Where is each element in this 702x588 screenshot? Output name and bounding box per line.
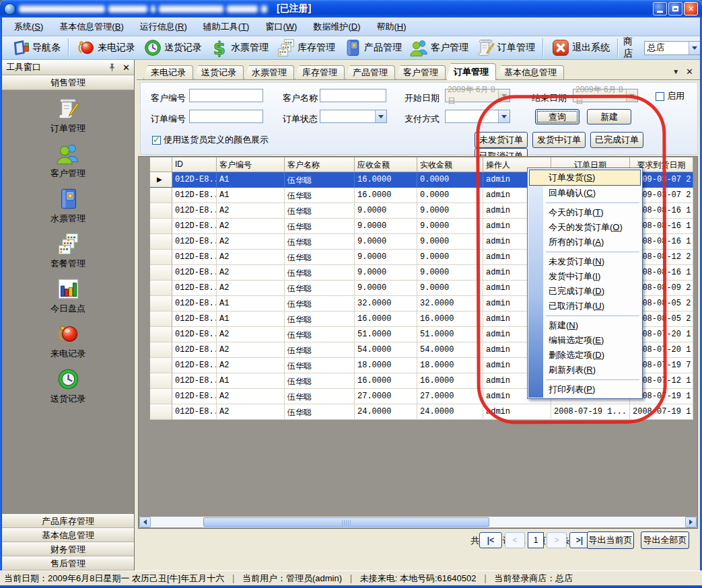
customer-no-input[interactable] (189, 89, 263, 102)
column-header-customer-no[interactable]: 客户编号 (217, 157, 285, 172)
status-filter-button[interactable]: 发货中订单 (532, 132, 586, 148)
row-header-cell[interactable] (150, 250, 172, 265)
row-header-cell[interactable] (150, 219, 172, 234)
prev-page-button[interactable]: < (505, 532, 525, 548)
toolbar-button[interactable] (617, 38, 619, 57)
tab-close-icon[interactable]: ✕ (686, 67, 693, 77)
context-menu-item[interactable] (528, 250, 641, 254)
document-tab[interactable]: 来电记录 (143, 65, 193, 79)
scroll-right-arrow[interactable] (685, 517, 697, 527)
context-menu-item[interactable]: 未发货订单(N) (528, 254, 641, 269)
row-header-cell[interactable] (150, 342, 172, 358)
start-date-picker[interactable]: 2009年 6月 8日 (445, 89, 510, 102)
minimize-button[interactable] (653, 2, 667, 15)
context-menu-item[interactable]: 所有的订单(A) (528, 235, 641, 250)
sidebar-item[interactable]: 今日盘点 (2, 277, 134, 315)
toolbar-button[interactable]: 导航条 (7, 37, 65, 59)
row-header-cell[interactable] (150, 234, 172, 250)
toolbar-button[interactable]: 送货记录 (139, 37, 206, 59)
first-page-button[interactable]: |< (479, 532, 502, 548)
menu-bar-item[interactable]: 窗口(W) (257, 18, 305, 36)
sidebar-item[interactable]: 订单管理 (2, 97, 134, 135)
row-header-cell[interactable] (150, 311, 172, 327)
context-menu-item[interactable] (528, 377, 641, 382)
close-icon[interactable]: ✕ (122, 63, 130, 73)
end-date-picker[interactable]: 2009年 6月 8日 (573, 89, 638, 102)
document-tab[interactable]: 客户管理 (396, 65, 446, 79)
context-menu-item[interactable]: 打印列表(P) (528, 382, 641, 397)
sidebar-item[interactable]: 水票管理 (2, 187, 134, 225)
row-header-cell[interactable] (150, 373, 172, 389)
scroll-left-arrow[interactable] (139, 517, 151, 527)
sidebar-section-bar[interactable]: 财务管理 (2, 542, 134, 556)
context-menu-item[interactable]: 已取消订单(U) (528, 299, 641, 314)
context-menu-item[interactable] (528, 200, 641, 205)
column-header-received[interactable]: 实收金额 (417, 157, 483, 172)
column-header-id[interactable]: ID (172, 157, 217, 172)
table-row[interactable]: 012D-E8... A2 伍华聪 24.0000 24.0000 admin … (150, 404, 693, 420)
row-header-cell[interactable] (150, 389, 172, 404)
document-tab[interactable]: 产品管理 (345, 65, 395, 79)
row-header-cell[interactable] (150, 281, 172, 296)
row-header-cell[interactable] (150, 327, 172, 342)
row-header-cell[interactable] (150, 265, 172, 281)
row-header-cell[interactable] (150, 203, 172, 219)
toolbar-button[interactable]: 订单管理 (472, 37, 539, 59)
deliveryman-color-checkbox[interactable]: 使用送货员定义的颜色展示 (152, 134, 269, 146)
toolbar-button[interactable]: 客户管理 (406, 37, 472, 59)
context-menu-item[interactable] (528, 314, 641, 318)
menu-bar-item[interactable]: 辅助工具(T) (195, 18, 258, 36)
row-header-cell[interactable] (150, 296, 172, 311)
context-menu-item[interactable]: 已完成订单(D) (528, 284, 641, 299)
menu-bar-item[interactable]: 基本信息管理(B) (51, 18, 131, 36)
menu-bar-item[interactable]: 帮助(H) (368, 18, 414, 36)
column-header-customer-name[interactable]: 客户名称 (285, 157, 355, 172)
context-menu-item[interactable]: 回单确认(C) (528, 186, 641, 200)
row-header-cell[interactable]: ▶ (150, 172, 172, 188)
export-current-page-button[interactable]: 导出当前页 (587, 531, 634, 549)
status-filter-button[interactable]: 已完成订单 (590, 132, 643, 148)
sidebar-item[interactable]: 送货记录 (2, 367, 134, 405)
order-no-input[interactable] (189, 110, 263, 123)
query-button[interactable]: 查询 (535, 109, 580, 124)
document-tab[interactable]: 库存管理 (295, 65, 345, 79)
sidebar-item[interactable]: 客户管理 (2, 142, 134, 180)
sidebar-section-sales[interactable]: 销售管理 (2, 75, 134, 90)
document-tab[interactable]: 送货记录 (194, 65, 244, 79)
sidebar-item[interactable]: 套餐管理 (2, 232, 134, 270)
toolbar-button[interactable]: 水票管理 (206, 37, 273, 59)
context-menu-item[interactable]: 新建(N) (528, 318, 641, 333)
sidebar-section-bar[interactable]: 售后管理 (2, 556, 134, 571)
chevron-down-icon[interactable] (626, 89, 637, 102)
customer-name-input[interactable] (320, 89, 386, 102)
toolbar-button[interactable] (542, 38, 544, 57)
new-button[interactable]: 新建 (587, 109, 631, 124)
pin-icon[interactable] (107, 63, 117, 73)
document-tab[interactable]: 基本信息管理 (497, 65, 564, 79)
chevron-down-icon[interactable] (375, 110, 386, 122)
toolbar-button[interactable]: 来电记录 (73, 37, 139, 59)
row-header-cell[interactable] (150, 358, 172, 373)
scrollbar-thumb[interactable] (203, 517, 489, 527)
context-menu-item[interactable]: 今天的订单(T) (528, 205, 641, 220)
sidebar-item[interactable]: 来电记录 (2, 322, 134, 360)
toolbar-button[interactable]: 退出系统 (547, 37, 614, 59)
row-header-cell[interactable] (150, 404, 172, 420)
context-menu-item[interactable]: 刷新列表(R) (528, 363, 641, 377)
maximize-button[interactable] (668, 2, 682, 15)
context-menu-item[interactable]: 订单发货(S) (529, 170, 641, 186)
menu-bar-item[interactable]: 运行信息(R) (132, 18, 195, 36)
sidebar-section-bar[interactable]: 产品库存管理 (2, 514, 134, 528)
checkbox-icon[interactable] (656, 92, 664, 101)
menu-bar-item[interactable]: 数据维护(D) (305, 18, 368, 36)
export-all-pages-button[interactable]: 导出全部页 (641, 531, 689, 549)
row-header-cell[interactable] (150, 188, 172, 203)
page-number-input[interactable]: 1 (528, 532, 544, 548)
order-status-combobox[interactable] (320, 110, 387, 123)
context-menu-item[interactable]: 发货中订单(I) (528, 269, 641, 284)
toolbar-button[interactable]: 库存管理 (273, 37, 339, 59)
next-page-button[interactable]: > (547, 532, 567, 548)
enable-date-filter-checkbox[interactable]: 启用 (656, 90, 685, 102)
toolbar-button[interactable]: 产品管理 (339, 37, 406, 59)
toolbar-button[interactable] (68, 38, 69, 57)
